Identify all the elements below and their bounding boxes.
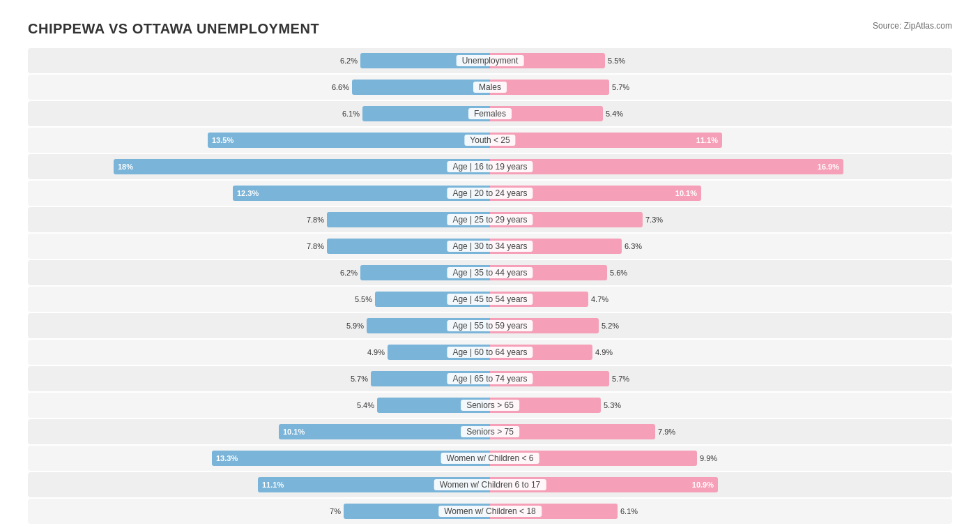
- row-inner: 5.5% Age | 45 to 54 years 4.7%: [28, 287, 952, 312]
- row-inner: 5.7% Age | 65 to 74 years 5.7%: [28, 366, 952, 391]
- chart-row: 11.1% Women w/ Children 6 to 17 10.9%: [28, 472, 952, 497]
- chippewa-value: 6.2%: [340, 56, 358, 65]
- bar-chippewa: 6.1%: [362, 106, 490, 121]
- bar-ottawa: 5.7%: [490, 80, 609, 95]
- left-half: 4.9%: [28, 340, 490, 365]
- chippewa-value: 6.1%: [342, 110, 360, 118]
- right-half: 10.9%: [490, 472, 952, 497]
- right-half: 5.5%: [490, 48, 952, 73]
- bar-chippewa: 6.6%: [352, 80, 490, 95]
- bar-ottawa: 7.9%: [490, 424, 655, 439]
- ottawa-value: 9.9%: [700, 454, 717, 462]
- ottawa-value: 4.9%: [595, 348, 613, 356]
- row-inner: 7% Women w/ Children < 18 6.1%: [28, 499, 952, 524]
- left-half: 6.2%: [28, 48, 490, 73]
- bar-chippewa: 5.9%: [367, 318, 490, 333]
- bar-chippewa: 13.5%: [208, 133, 490, 148]
- bar-ottawa: 5.5%: [490, 53, 605, 68]
- ottawa-value: 7.3%: [645, 216, 663, 224]
- right-half: 5.4%: [490, 101, 952, 126]
- row-inner: 12.3% Age | 20 to 24 years 10.1%: [28, 181, 952, 206]
- ottawa-value: 4.7%: [591, 295, 608, 303]
- row-inner: 6.6% Males 5.7%: [28, 75, 952, 100]
- chippewa-value: 5.9%: [346, 322, 364, 330]
- chart-row: 5.4% Seniors > 65 5.3%: [28, 393, 952, 418]
- chart-row: 5.7% Age | 65 to 74 years 5.7%: [28, 366, 952, 391]
- left-half: 7.8%: [28, 207, 490, 232]
- right-half: 4.9%: [490, 340, 952, 365]
- left-half: 5.9%: [28, 313, 490, 338]
- row-inner: 5.4% Seniors > 65 5.3%: [28, 393, 952, 418]
- chart-row: 6.2% Unemployment 5.5%: [28, 48, 952, 73]
- chart-row: 7.8% Age | 25 to 29 years 7.3%: [28, 207, 952, 232]
- left-half: 7%: [28, 499, 490, 524]
- chart-row: 18% Age | 16 to 19 years 16.9%: [28, 154, 952, 179]
- chippewa-value: 4.9%: [367, 348, 385, 356]
- row-inner: 4.9% Age | 60 to 64 years 4.9%: [28, 340, 952, 365]
- left-half: 6.6%: [28, 75, 490, 100]
- left-half: 18%: [28, 154, 490, 179]
- left-half: 10.1%: [28, 419, 490, 444]
- left-half: 11.1%: [28, 472, 490, 497]
- bar-chippewa: 18%: [114, 159, 490, 174]
- chippewa-value-inside: 11.1%: [262, 481, 284, 489]
- bar-ottawa: 10.1%: [490, 186, 701, 201]
- chart-source: Source: ZipAtlas.com: [873, 21, 952, 31]
- row-inner: 6.1% Females 5.4%: [28, 101, 952, 126]
- chart-row: 5.5% Age | 45 to 54 years 4.7%: [28, 287, 952, 312]
- row-inner: 11.1% Women w/ Children 6 to 17 10.9%: [28, 472, 952, 497]
- ottawa-value-inside: 10.9%: [692, 481, 714, 489]
- left-half: 5.5%: [28, 287, 490, 312]
- chart-row: 4.9% Age | 60 to 64 years 4.9%: [28, 340, 952, 365]
- bar-ottawa: 9.9%: [490, 451, 697, 466]
- right-half: 5.3%: [490, 393, 952, 418]
- bar-chippewa: 7.8%: [327, 212, 490, 227]
- chart-row: 6.2% Age | 35 to 44 years 5.6%: [28, 260, 952, 285]
- chippewa-value: 7.8%: [307, 242, 324, 250]
- chippewa-value: 5.7%: [351, 375, 368, 383]
- chart-row: 5.9% Age | 55 to 59 years 5.2%: [28, 313, 952, 338]
- ottawa-value-inside: 10.1%: [675, 189, 697, 197]
- bar-chippewa: 4.9%: [388, 345, 490, 360]
- bar-chippewa: 13.3%: [212, 451, 490, 466]
- left-half: 12.3%: [28, 181, 490, 206]
- row-inner: 13.5% Youth < 25 11.1%: [28, 128, 952, 153]
- bar-chippewa: 6.2%: [360, 53, 490, 68]
- bar-ottawa: 5.2%: [490, 318, 599, 333]
- bar-chippewa: 5.7%: [371, 371, 490, 386]
- right-half: 9.9%: [490, 446, 952, 471]
- bar-chippewa: 5.4%: [377, 398, 490, 413]
- bar-chippewa: 5.5%: [375, 292, 490, 307]
- ottawa-value: 6.3%: [625, 242, 642, 250]
- chippewa-value: 5.4%: [357, 401, 374, 409]
- chart-row: 7% Women w/ Children < 18 6.1%: [28, 499, 952, 524]
- row-inner: 7.8% Age | 30 to 34 years 6.3%: [28, 234, 952, 259]
- bar-ottawa: 16.9%: [490, 159, 843, 174]
- ottawa-value: 5.7%: [612, 375, 629, 383]
- row-inner: 5.9% Age | 55 to 59 years 5.2%: [28, 313, 952, 338]
- chippewa-value: 5.5%: [355, 295, 372, 303]
- chippewa-value-inside: 13.3%: [216, 454, 238, 462]
- bar-ottawa: 6.1%: [490, 504, 618, 519]
- chippewa-value-inside: 10.1%: [283, 428, 305, 436]
- bar-chippewa: 10.1%: [279, 424, 490, 439]
- bar-ottawa: 5.6%: [490, 265, 607, 280]
- left-half: 6.1%: [28, 101, 490, 126]
- right-half: 10.1%: [490, 181, 952, 206]
- bar-chippewa: 6.2%: [360, 265, 490, 280]
- ottawa-value: 5.6%: [610, 269, 627, 277]
- row-inner: 10.1% Seniors > 75 7.9%: [28, 419, 952, 444]
- ottawa-value: 5.4%: [606, 110, 623, 118]
- left-half: 13.3%: [28, 446, 490, 471]
- row-inner: 18% Age | 16 to 19 years 16.9%: [28, 154, 952, 179]
- ottawa-value: 5.2%: [602, 322, 619, 330]
- chart-row: 10.1% Seniors > 75 7.9%: [28, 419, 952, 444]
- right-half: 16.9%: [490, 154, 952, 179]
- chart-header: CHIPPEWA VS OTTAWA UNEMPLOYMENT Source: …: [28, 21, 952, 37]
- bar-ottawa: 10.9%: [490, 477, 718, 492]
- chippewa-value: 7%: [330, 507, 341, 515]
- right-half: 5.6%: [490, 260, 952, 285]
- chippewa-value-inside: 12.3%: [237, 189, 259, 197]
- right-half: 4.7%: [490, 287, 952, 312]
- row-inner: 13.3% Women w/ Children < 6 9.9%: [28, 446, 952, 471]
